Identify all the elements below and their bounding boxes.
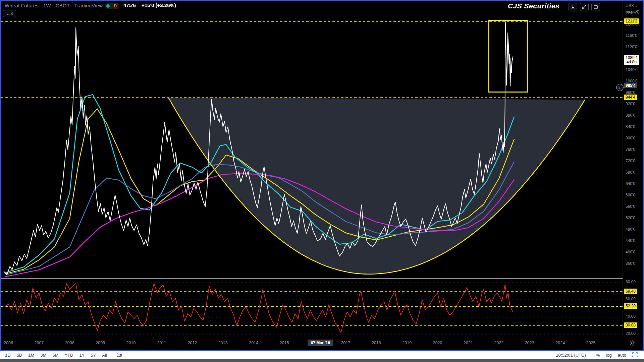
range-button-1m[interactable]: 1M xyxy=(25,353,37,358)
year-label: 2008 xyxy=(65,341,74,345)
range-button-1d[interactable]: 1D xyxy=(2,353,14,358)
oscillator-axis-tick: 20.00 xyxy=(626,331,636,336)
price-axis-tick: 560'0 xyxy=(626,204,635,209)
expand-icon[interactable] xyxy=(580,3,589,11)
oscillator-level-label: 52.20 xyxy=(624,303,637,309)
price-axis-tick: 360'0 xyxy=(626,261,635,266)
toolbar-divider xyxy=(591,353,591,358)
window-border-left xyxy=(0,0,1,351)
broker-logo: CJS Securities xyxy=(508,2,559,10)
price-axis-tick: 760'0 xyxy=(626,147,635,152)
currency-selector[interactable]: USX ⌄ xyxy=(626,3,638,8)
oscillator-line xyxy=(5,284,513,333)
clock[interactable]: 10:52:01 (UTC) xyxy=(552,353,589,358)
add-alert-plus-icon[interactable]: + xyxy=(616,84,624,91)
year-label: 2007 xyxy=(34,341,44,345)
level-price-label: 944'4 xyxy=(624,95,637,100)
market-status-pill[interactable]: D xyxy=(105,3,119,9)
price-axis-tick: 640'0 xyxy=(626,181,635,186)
year-label: 2015 xyxy=(280,341,289,345)
scale-button-auto[interactable]: auto xyxy=(615,353,629,358)
breakout-box xyxy=(489,20,527,92)
range-button-3m[interactable]: 3M xyxy=(37,353,49,358)
price-axis-tick: 520'0 xyxy=(626,216,635,220)
chart-title[interactable]: Wheat Futures · 1W · CBOT · TradingView xyxy=(5,3,103,8)
oscillator-axis-tick: 80.00 xyxy=(626,280,636,284)
range-buttons: 1D5D1M3M6MYTD1Y5YAll xyxy=(0,353,110,358)
highlighted-date-label: 07 Mar '16 xyxy=(308,340,333,346)
scale-controls: 10:52:01 (UTC) %logauto xyxy=(552,352,644,358)
price-axis-tick: 480'0 xyxy=(626,227,635,232)
crosshair-price-label: 985'4 xyxy=(624,83,637,88)
tradingview-window: Wheat Futures · 1W · CBOT · TradingView … xyxy=(0,0,644,362)
fullscreen-icon[interactable] xyxy=(629,352,641,358)
price-axis-tick: 920'0 xyxy=(626,102,635,106)
market-status-dot-icon xyxy=(106,4,110,8)
price-axis-tick: 840'0 xyxy=(626,124,635,129)
legend-collapse-button[interactable]: ⌄ 4 xyxy=(3,10,16,17)
scale-buttons: %logauto xyxy=(593,353,629,358)
year-label: 2020 xyxy=(433,341,442,345)
time-axis[interactable]: 2006200720082009201020112012201320142015… xyxy=(1,338,642,350)
price-axis-tick: 1120'0 xyxy=(626,45,637,49)
goto-date-icon[interactable] xyxy=(114,352,125,358)
price-axis-tick: 1040'0 xyxy=(626,67,638,72)
price-axis-tick: 440'0 xyxy=(626,238,635,243)
settings-gear-icon[interactable] xyxy=(629,340,635,347)
price-axis[interactable]: USX ⌄ bu (US) ⌄ 1240'01200'01160'01120'0… xyxy=(623,1,642,338)
download-icon[interactable] xyxy=(569,3,577,11)
year-label: 2006 xyxy=(4,341,13,345)
year-label: 2023 xyxy=(525,341,534,345)
year-label: 2014 xyxy=(249,341,258,345)
range-button-5y[interactable]: 5Y xyxy=(88,353,99,358)
delayed-data-icon: D xyxy=(111,3,119,9)
countdown-price-label: 1089'44d 8h xyxy=(624,55,639,65)
range-button-1y[interactable]: 1Y xyxy=(76,353,88,358)
bottom-toolbar: 1D5D1M3M6MYTD1Y5YAll 10:52:01 (UTC) %log… xyxy=(0,351,644,359)
oscillator-axis-tick: 40.00 xyxy=(626,314,636,319)
price-axis-tick: 880'0 xyxy=(626,113,635,118)
window-border-top xyxy=(0,0,644,1)
chevron-down-icon: ⌄ xyxy=(6,11,9,16)
indicator-count: 4 xyxy=(11,11,13,16)
year-label: 2024 xyxy=(555,341,565,345)
range-button-6m[interactable]: 6M xyxy=(49,353,61,358)
price-axis-tick: 600'0 xyxy=(626,193,635,197)
toolbar-divider xyxy=(112,353,112,358)
year-label: 2012 xyxy=(187,341,197,345)
price-change: +15'0 (+3.26%) xyxy=(142,2,176,8)
oscillator-level-label: 69.48 xyxy=(624,289,637,294)
year-label: 2019 xyxy=(402,341,412,345)
price-axis-tick: 800'0 xyxy=(626,136,635,140)
price-axis-tick: 1240'0 xyxy=(626,10,638,15)
price-axis-tick: 960'0 xyxy=(626,90,635,95)
year-label: 2009 xyxy=(96,341,105,345)
scale-button-percent[interactable]: % xyxy=(593,353,603,358)
level-price-label: 1211'2 xyxy=(624,18,639,24)
chart-canvas[interactable] xyxy=(0,0,644,350)
range-button-ytd[interactable]: YTD xyxy=(61,353,76,358)
year-label: 2025 xyxy=(586,341,596,345)
price-axis-tick: 400'0 xyxy=(626,250,635,254)
year-label: 2011 xyxy=(157,341,166,345)
maximize-icon[interactable] xyxy=(591,3,600,11)
year-label: 2013 xyxy=(218,341,228,345)
range-button-5d[interactable]: 5D xyxy=(14,353,25,358)
oscillator-level-label: 30.08 xyxy=(624,322,637,328)
price-axis-tick: 1160'0 xyxy=(626,33,637,38)
year-label: 2022 xyxy=(494,341,503,345)
taskbar-strip xyxy=(0,359,644,362)
range-button-all[interactable]: All xyxy=(99,353,110,358)
price-axis-tick: 720'0 xyxy=(626,159,635,163)
scale-button-log[interactable]: log xyxy=(603,353,614,358)
year-label: 2017 xyxy=(341,341,350,345)
year-label: 2010 xyxy=(126,341,136,345)
oscillator-axis-tick: 60.00 xyxy=(626,297,636,301)
price-axis-tick: 680'0 xyxy=(626,170,635,175)
year-label: 2018 xyxy=(372,341,381,345)
year-label: 2021 xyxy=(464,341,473,345)
last-price: 475'6 xyxy=(123,2,136,8)
